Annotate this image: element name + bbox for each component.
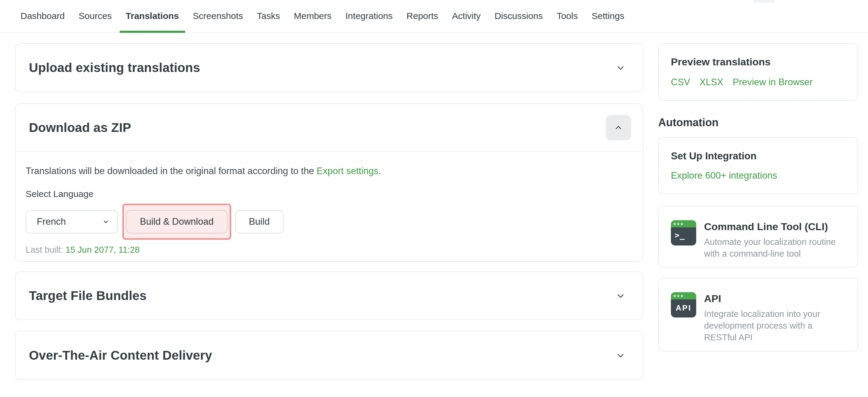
build-and-download-button[interactable]: Build & Download <box>126 210 227 233</box>
top-nav: Dashboard Sources Translations Screensho… <box>0 0 868 33</box>
tab-settings[interactable]: Settings <box>586 0 630 32</box>
tab-screenshots[interactable]: Screenshots <box>187 0 249 32</box>
tab-translations[interactable]: Translations <box>120 0 185 32</box>
api-card-description: Integrate localization into your develop… <box>704 308 846 343</box>
tab-members[interactable]: Members <box>288 0 338 32</box>
ota-card-header[interactable]: Over-The-Air Content Delivery <box>16 331 643 379</box>
download-card-body: Translations will be downloaded in the o… <box>16 152 643 255</box>
language-select[interactable]: French <box>26 210 118 233</box>
api-terminal-icon: API <box>671 292 696 318</box>
highlight-annotation-box: Build & Download <box>122 204 231 240</box>
chevron-down-icon[interactable] <box>615 63 626 73</box>
chevron-down-icon[interactable] <box>615 350 626 361</box>
cli-card-description: Automate your localization routine with … <box>704 236 846 260</box>
tab-integrations[interactable]: Integrations <box>339 0 399 32</box>
terminal-prompt-glyph: >_ <box>671 227 696 240</box>
last-built-value: 15 Jun 2077, 11:28 <box>65 245 140 255</box>
cli-tool-card[interactable]: >_ Command Line Tool (CLI) Automate your… <box>658 206 858 267</box>
api-icon-titlebar <box>671 292 696 299</box>
set-up-integration-card: Set Up Integration Explore 600+ integrat… <box>658 137 858 194</box>
tab-discussions[interactable]: Discussions <box>489 0 549 32</box>
select-language-label: Select Language <box>26 189 629 199</box>
build-controls-row: French Build & Download Build <box>26 204 629 240</box>
preview-translations-card: Preview translations CSV XLSX Preview in… <box>658 43 858 101</box>
preview-translations-title: Preview translations <box>671 56 845 68</box>
chevron-down-icon[interactable] <box>615 291 626 301</box>
last-built-label: Last built: <box>26 245 65 255</box>
explore-integrations-link[interactable]: Explore 600+ integrations <box>671 170 777 181</box>
language-select-value: French <box>37 216 66 227</box>
tab-sources[interactable]: Sources <box>73 0 118 32</box>
tab-reports[interactable]: Reports <box>401 0 444 32</box>
download-description: Translations will be downloaded in the o… <box>26 165 629 177</box>
description-period: . <box>378 166 381 176</box>
build-button[interactable]: Build <box>235 210 284 233</box>
download-zip-card: Download as ZIP Translations will be dow… <box>15 103 643 262</box>
tab-dashboard[interactable]: Dashboard <box>14 0 71 32</box>
preview-links: CSV XLSX Preview in Browser <box>671 77 845 88</box>
description-text: Translations will be downloaded in the o… <box>26 166 317 176</box>
bundles-card-title: Target File Bundles <box>29 289 147 303</box>
tab-tools[interactable]: Tools <box>551 0 584 32</box>
cli-card-title: Command Line Tool (CLI) <box>704 221 846 233</box>
download-card-title: Download as ZIP <box>29 121 131 135</box>
terminal-icon-titlebar <box>671 220 696 227</box>
ota-content-delivery-card: Over-The-Air Content Delivery <box>15 331 643 380</box>
last-built-status: Last built: 15 Jun 2077, 11:28 <box>26 245 629 255</box>
automation-heading: Automation <box>658 116 718 129</box>
download-card-header[interactable]: Download as ZIP <box>16 104 643 152</box>
bundles-card-header[interactable]: Target File Bundles <box>16 272 643 320</box>
upload-translations-card: Upload existing translations <box>15 43 643 92</box>
chevron-up-icon <box>614 123 623 132</box>
upload-card-title: Upload existing translations <box>29 61 200 75</box>
api-card[interactable]: API API Integrate localization into your… <box>658 278 858 352</box>
api-icon-glyph: API <box>671 299 696 313</box>
upload-card-header[interactable]: Upload existing translations <box>16 44 643 92</box>
terminal-icon: >_ <box>671 220 696 245</box>
chevron-down-icon <box>102 218 110 226</box>
api-card-title: API <box>704 293 846 304</box>
translations-download-page: Dashboard Sources Translations Screensho… <box>0 0 868 397</box>
xlsx-link[interactable]: XLSX <box>700 77 723 88</box>
target-file-bundles-card: Target File Bundles <box>15 271 643 320</box>
preview-in-browser-link[interactable]: Preview in Browser <box>733 77 812 88</box>
csv-link[interactable]: CSV <box>671 77 690 88</box>
export-settings-link[interactable]: Export settings <box>317 166 378 176</box>
cli-card-text: Command Line Tool (CLI) Automate your lo… <box>704 220 846 267</box>
set-up-integration-title: Set Up Integration <box>671 150 845 162</box>
tab-tasks[interactable]: Tasks <box>251 0 286 32</box>
ota-card-title: Over-The-Air Content Delivery <box>29 348 212 363</box>
tab-activity[interactable]: Activity <box>446 0 487 32</box>
collapse-button[interactable] <box>606 115 631 140</box>
api-card-text: API Integrate localization into your dev… <box>704 292 846 351</box>
